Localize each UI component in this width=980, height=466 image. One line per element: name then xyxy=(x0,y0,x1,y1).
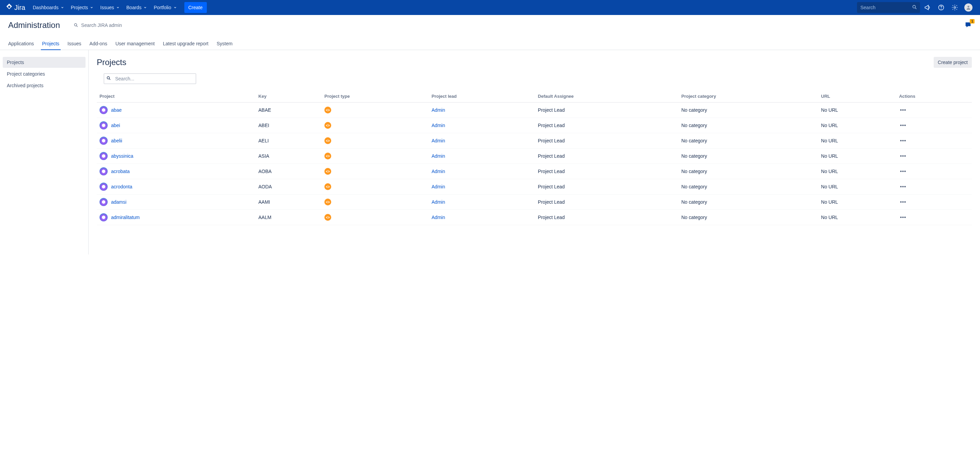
column-header[interactable]: Default Assignee xyxy=(535,91,679,103)
column-header[interactable]: Actions xyxy=(896,91,972,103)
chevron-down-icon xyxy=(143,6,147,9)
sidebar-item-project-categories[interactable]: Project categories xyxy=(3,68,86,80)
table-row: acrobataAOBA<>AdminProject LeadNo catego… xyxy=(97,164,972,179)
project-type-software-icon: <> xyxy=(325,214,331,221)
admin-tab-projects[interactable]: Projects xyxy=(41,38,61,50)
project-url: No URL xyxy=(818,148,897,164)
default-assignee: Project Lead xyxy=(535,194,679,210)
search-icon xyxy=(912,5,917,11)
admin-tab-system[interactable]: System xyxy=(215,38,234,50)
sidebar-item-archived-projects[interactable]: Archived projects xyxy=(3,80,86,91)
project-lead-link[interactable]: Admin xyxy=(432,215,445,220)
more-actions-icon[interactable]: ••• xyxy=(899,215,907,220)
admin-tabs: ApplicationsProjectsIssuesAdd-onsUser ma… xyxy=(0,38,980,50)
project-lead-link[interactable]: Admin xyxy=(432,184,445,189)
table-row: admiralitatumAALM<>AdminProject LeadNo c… xyxy=(97,210,972,225)
project-key: AAMI xyxy=(256,194,322,210)
topnav-item-label: Projects xyxy=(71,5,88,10)
create-project-button[interactable]: Create project xyxy=(934,57,972,68)
sidebar: ProjectsProject categoriesArchived proje… xyxy=(0,50,89,254)
megaphone-icon[interactable] xyxy=(921,2,934,14)
global-search-wrap xyxy=(857,2,920,13)
default-assignee: Project Lead xyxy=(535,103,679,118)
project-key: AODA xyxy=(256,179,322,194)
column-header[interactable]: Project category xyxy=(679,91,818,103)
project-name-link[interactable]: abae xyxy=(111,107,122,113)
project-lead-link[interactable]: Admin xyxy=(432,153,445,159)
project-url: No URL xyxy=(818,194,897,210)
project-key: AELI xyxy=(256,133,322,148)
project-lead-link[interactable]: Admin xyxy=(432,138,445,143)
project-lead-link[interactable]: Admin xyxy=(432,199,445,205)
admin-tab-latest-upgrade-report[interactable]: Latest upgrade report xyxy=(162,38,210,50)
column-header[interactable]: Key xyxy=(256,91,322,103)
column-header[interactable]: Project type xyxy=(322,91,429,103)
column-header[interactable]: Project xyxy=(97,91,256,103)
project-name-link[interactable]: abelii xyxy=(111,138,123,143)
topnav-item-issues[interactable]: Issues xyxy=(97,0,123,15)
default-assignee: Project Lead xyxy=(535,210,679,225)
sidebar-item-projects[interactable]: Projects xyxy=(3,57,86,68)
chevron-down-icon xyxy=(90,6,93,9)
column-header[interactable]: URL xyxy=(818,91,897,103)
more-actions-icon[interactable]: ••• xyxy=(899,199,907,205)
project-name-link[interactable]: acrodonta xyxy=(111,184,132,189)
project-name-link[interactable]: adamsi xyxy=(111,199,126,205)
project-name-link[interactable]: abei xyxy=(111,122,120,128)
more-actions-icon[interactable]: ••• xyxy=(899,169,907,174)
svg-line-9 xyxy=(109,79,110,80)
topnav-item-label: Portfolio xyxy=(154,5,171,10)
more-actions-icon[interactable]: ••• xyxy=(899,138,907,143)
create-button[interactable]: Create xyxy=(185,2,207,13)
svg-point-0 xyxy=(913,5,916,8)
admin-tab-add-ons[interactable]: Add-ons xyxy=(88,38,109,50)
topnav-item-portfolio[interactable]: Portfolio xyxy=(150,0,180,15)
project-name-link[interactable]: admiralitatum xyxy=(111,215,140,220)
svg-point-8 xyxy=(107,76,110,79)
chevron-down-icon xyxy=(173,6,177,9)
project-key: ASIA xyxy=(256,148,322,164)
admin-tab-applications[interactable]: Applications xyxy=(7,38,35,50)
topnav-item-boards[interactable]: Boards xyxy=(123,0,150,15)
project-avatar-icon xyxy=(100,213,108,221)
topnav-item-dashboards[interactable]: Dashboards xyxy=(29,0,67,15)
project-avatar-icon xyxy=(100,167,108,175)
search-icon xyxy=(106,76,111,82)
global-search-input[interactable] xyxy=(857,2,920,13)
project-name-link[interactable]: abyssinica xyxy=(111,153,133,159)
default-assignee: Project Lead xyxy=(535,179,679,194)
project-lead-link[interactable]: Admin xyxy=(432,169,445,174)
more-actions-icon[interactable]: ••• xyxy=(899,122,907,128)
jira-logo[interactable]: Jira xyxy=(5,3,25,12)
column-header[interactable]: Project lead xyxy=(429,91,535,103)
more-actions-icon[interactable]: ••• xyxy=(899,184,907,189)
project-url: No URL xyxy=(818,210,897,225)
project-type-software-icon: <> xyxy=(325,137,331,144)
help-icon[interactable] xyxy=(935,2,947,14)
project-name-link[interactable]: acrobata xyxy=(111,169,129,174)
admin-tab-user-management[interactable]: User management xyxy=(114,38,156,50)
project-url: No URL xyxy=(818,133,897,148)
topnav-item-label: Boards xyxy=(126,5,142,10)
svg-point-3 xyxy=(941,9,942,9)
project-url: No URL xyxy=(818,103,897,118)
project-key: AOBA xyxy=(256,164,322,179)
more-actions-icon[interactable]: ••• xyxy=(899,153,907,159)
project-lead-link[interactable]: Admin xyxy=(432,107,445,113)
profile-avatar[interactable] xyxy=(962,2,975,14)
gear-icon[interactable] xyxy=(949,2,961,14)
project-category: No category xyxy=(679,179,818,194)
admin-tab-issues[interactable]: Issues xyxy=(66,38,83,50)
topnav-item-projects[interactable]: Projects xyxy=(67,0,97,15)
project-category: No category xyxy=(679,148,818,164)
more-actions-icon[interactable]: ••• xyxy=(899,107,907,113)
top-nav: Jira DashboardsProjectsIssuesBoardsPortf… xyxy=(0,0,980,15)
project-filter-input[interactable] xyxy=(103,73,196,84)
admin-search[interactable]: Search JIRA admin xyxy=(73,22,122,28)
feedback-icon[interactable]: 1 xyxy=(964,21,972,30)
jira-logo-text: Jira xyxy=(14,4,25,11)
project-category: No category xyxy=(679,210,818,225)
admin-title: Administration xyxy=(8,21,60,30)
project-category: No category xyxy=(679,133,818,148)
project-lead-link[interactable]: Admin xyxy=(432,122,445,128)
